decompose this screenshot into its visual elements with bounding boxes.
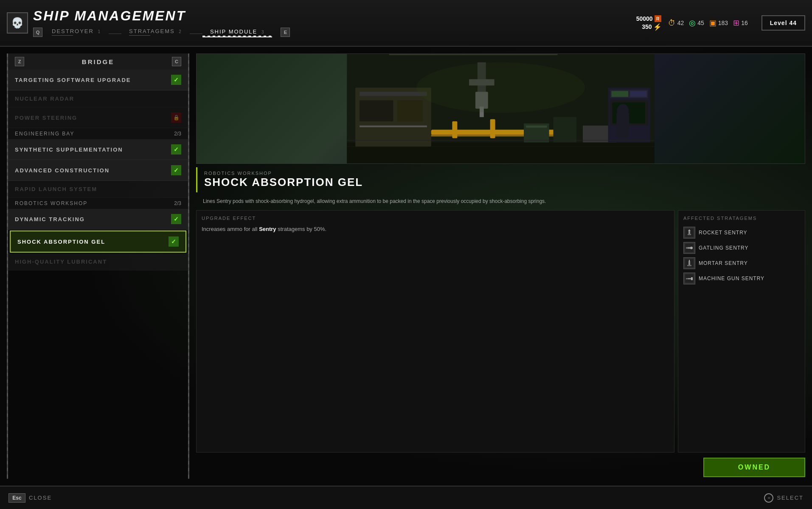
check-icon-5: ✓ (169, 236, 179, 247)
upgrade-targeting-software[interactable]: TARGETING SOFTWARE UPGRADE ✓ (8, 70, 188, 90)
svg-rect-6 (360, 100, 393, 121)
nav-tabs: Q DESTROYER 1 STRATAGEMS 2 SHIP MODULE 3 (33, 26, 636, 38)
upgrade-dynamic-tracking[interactable]: DYNAMIC TRACKING ✓ (8, 209, 188, 230)
close-label: CLOSE (29, 495, 52, 501)
left-panel: Z BRIDGE C TARGETING SOFTWARE UPGRADE ✓ … (7, 53, 189, 479)
detail-description: Lines Sentry pods with shock-absorbing h… (196, 196, 805, 207)
check-icon: ✓ (171, 75, 181, 85)
upgrade-shock-absorption[interactable]: SHOCK ABSORPTION GEL ✓ (10, 231, 186, 253)
preview-image (196, 53, 805, 164)
stratagem-icon-0 (683, 227, 695, 239)
bolts-icon: ⚡ (654, 23, 661, 31)
main-layout: Z BRIDGE C TARGETING SOFTWARE UPGRADE ✓ … (0, 47, 812, 486)
credits-icon: R (655, 15, 661, 22)
lock-icon: 🔒 (171, 112, 181, 123)
close-key[interactable]: Esc (8, 493, 25, 503)
svg-rect-42 (688, 261, 690, 265)
affected-stratagems-title: AFFECTED STRATAGEMS (683, 216, 800, 221)
svg-point-39 (690, 247, 693, 249)
upgrade-rapid-launch[interactable]: RAPID LAUNCH SYSTEM (8, 181, 188, 198)
upgrade-power-steering[interactable]: POWER STEERING 🔒 (8, 107, 188, 128)
upgrade-effect-box: UPGRADE EFFECT Increases ammo for all Se… (196, 210, 674, 453)
detail-category: ROBOTICS WORKSHOP (204, 171, 798, 176)
select-circle-icon: ○ (764, 493, 773, 503)
tab-destroyer[interactable]: DESTROYER 1 (44, 26, 109, 38)
owned-btn-row: OWNED (196, 456, 805, 479)
stratagem-gatling-sentry: GATLING SENTRY (683, 240, 800, 256)
bottom-bar: Esc CLOSE ○ SELECT (0, 486, 812, 509)
svg-rect-43 (687, 265, 691, 266)
svg-rect-24 (630, 91, 647, 97)
svg-rect-44 (689, 260, 690, 262)
stratagem-icon-3 (683, 273, 695, 284)
section-title-bridge: BRIDGE (82, 58, 114, 65)
owned-button[interactable]: OWNED (703, 458, 805, 477)
svg-rect-47 (691, 277, 693, 280)
page-title: SHIP MANAGEMENT (33, 8, 636, 24)
right-panel: ROBOTICS WORKSHOP SHOCK ABSORPTION GEL L… (196, 53, 805, 479)
close-action[interactable]: Esc CLOSE (8, 493, 52, 503)
resource-credits: 50000 R 350 ⚡ (636, 15, 661, 31)
skull-icon: 💀 (7, 12, 28, 34)
stratagem-icon-2 (683, 257, 695, 269)
upgrade-advanced-construction[interactable]: ADVANCED CONSTRUCTION ✓ (8, 160, 188, 181)
stratagem-icon-1 (683, 242, 695, 254)
upgrade-effect-title: UPGRADE EFFECT (202, 216, 669, 221)
stratagem-list: ROCKET SENTRY GATLING SENTRY (683, 225, 800, 286)
tab-stratagems[interactable]: STRATAGEMS 2 (121, 26, 190, 38)
stratagem-machine-gun-sentry: MACHINE GUN SENTRY (683, 271, 800, 286)
title-area: SHIP MANAGEMENT Q DESTROYER 1 STRATAGEMS… (33, 8, 636, 38)
header: 💀 SHIP MANAGEMENT Q DESTROYER 1 STRATAGE… (0, 0, 812, 47)
category-header-robotics: ROBOTICS WORKSHOP 2/3 (8, 198, 188, 209)
select-label: SELECT (777, 495, 804, 501)
resource-numbers: ⏱ 42 ◎ 45 ▣ 183 ⊞ 16 (668, 18, 748, 28)
tab-ship-module[interactable]: SHIP MODULE 3 (202, 27, 273, 37)
tab-key-q: Q (33, 28, 42, 37)
category-header-engineering: ENGINEERING BAY 2/3 (8, 128, 188, 139)
effect-highlight: Sentry (259, 226, 276, 232)
select-action[interactable]: ○ SELECT (764, 493, 804, 503)
svg-point-32 (416, 62, 585, 113)
svg-rect-40 (686, 247, 688, 249)
stratagem-rocket-sentry: ROCKET SENTRY (683, 225, 800, 240)
svg-rect-23 (611, 91, 628, 97)
svg-rect-36 (688, 234, 691, 235)
section-header-bridge: Z BRIDGE C (8, 53, 188, 70)
key-z: Z (15, 57, 24, 66)
svg-rect-8 (360, 126, 427, 127)
level-badge: Level 44 (761, 15, 805, 31)
upgrades-list[interactable]: TARGETING SOFTWARE UPGRADE ✓ NUCLEAR RAD… (8, 70, 188, 479)
workshop-scene (197, 54, 805, 163)
svg-point-28 (617, 104, 629, 118)
svg-rect-11 (452, 121, 457, 138)
svg-rect-31 (389, 54, 558, 55)
affected-stratagems-box: AFFECTED STRATAGEMS ROCKET SENTRY (678, 210, 805, 453)
svg-rect-7 (397, 100, 423, 121)
detail-bottom: UPGRADE EFFECT Increases ammo for all Se… (196, 210, 805, 453)
detail-area: ROBOTICS WORKSHOP SHOCK ABSORPTION GEL L… (196, 167, 805, 479)
check-icon-4: ✓ (171, 214, 181, 224)
upgrade-high-quality-lubricant[interactable]: HIGH-QUALITY LUBRICANT (8, 253, 188, 270)
tab-key-e: E (281, 28, 290, 37)
svg-rect-48 (686, 278, 688, 279)
check-icon-2: ✓ (171, 144, 181, 155)
upgrade-nuclear-radar[interactable]: NUCLEAR RADAR (8, 90, 188, 107)
detail-title: SHOCK ABSORPTION GEL (204, 176, 798, 189)
svg-rect-18 (526, 126, 547, 128)
detail-header: ROBOTICS WORKSHOP SHOCK ABSORPTION GEL (196, 167, 805, 192)
svg-rect-19 (554, 117, 577, 143)
svg-rect-12 (490, 119, 495, 138)
resources-area: 50000 R 350 ⚡ ⏱ 42 ◎ 45 ▣ (636, 15, 805, 31)
upgrade-effect-text: Increases ammo for all Sentry stratagems… (202, 225, 669, 234)
stratagem-mortar-sentry: MORTAR SENTRY (683, 256, 800, 271)
svg-rect-5 (360, 92, 427, 96)
key-c: C (172, 57, 181, 66)
check-icon-3: ✓ (171, 165, 181, 175)
upgrade-synthetic-supplementation[interactable]: SYNTHETIC SUPPLEMENTATION ✓ (8, 139, 188, 160)
main-content: 💀 SHIP MANAGEMENT Q DESTROYER 1 STRATAGE… (0, 0, 812, 509)
